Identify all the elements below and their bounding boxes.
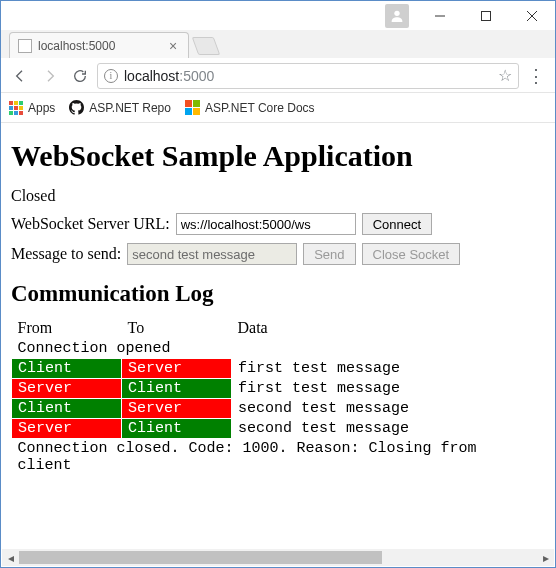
- log-heading: Communication Log: [11, 281, 545, 307]
- svg-rect-2: [482, 11, 491, 20]
- scroll-left-arrow[interactable]: ◂: [2, 549, 19, 566]
- server-url-label: WebSocket Server URL:: [11, 215, 170, 233]
- bookmark-aspnet-repo[interactable]: ASP.NET Repo: [69, 100, 171, 115]
- new-tab-button[interactable]: [192, 37, 221, 55]
- log-opened: Connection opened: [12, 339, 546, 359]
- col-data: Data: [232, 317, 546, 339]
- log-to-cell: Client: [122, 379, 232, 399]
- connect-button[interactable]: Connect: [362, 213, 432, 235]
- reload-button[interactable]: [67, 63, 93, 89]
- tab-favicon: [18, 39, 32, 53]
- log-from-cell: Client: [12, 399, 122, 419]
- bookmark-star-icon[interactable]: ☆: [498, 66, 512, 85]
- log-row: ServerClientsecond test message: [12, 419, 546, 439]
- microsoft-icon: [185, 100, 200, 115]
- back-button[interactable]: [7, 63, 33, 89]
- send-button[interactable]: Send: [303, 243, 355, 265]
- log-data-cell: first test message: [232, 359, 546, 379]
- bookmark-label: ASP.NET Core Docs: [205, 101, 315, 115]
- log-to-cell: Server: [122, 359, 232, 379]
- apps-label: Apps: [28, 101, 55, 115]
- communication-log-table: From To Data Connection opened ClientSer…: [11, 317, 545, 475]
- log-to-cell: Client: [122, 419, 232, 439]
- window-close-button[interactable]: [509, 1, 555, 31]
- scroll-track[interactable]: [19, 549, 537, 566]
- close-socket-button[interactable]: Close Socket: [362, 243, 461, 265]
- bookmark-label: ASP.NET Repo: [89, 101, 171, 115]
- site-info-icon[interactable]: i: [104, 69, 118, 83]
- log-status-row: Connection opened: [12, 339, 546, 359]
- log-from-cell: Server: [12, 379, 122, 399]
- browser-tab[interactable]: localhost:5000 ×: [9, 32, 189, 58]
- log-data-cell: first test message: [232, 379, 546, 399]
- apps-shortcut[interactable]: Apps: [9, 101, 55, 115]
- log-data-cell: second test message: [232, 399, 546, 419]
- github-icon: [69, 100, 84, 115]
- tab-title: localhost:5000: [38, 39, 160, 53]
- scroll-thumb[interactable]: [19, 551, 382, 564]
- forward-button[interactable]: [37, 63, 63, 89]
- page-title: WebSocket Sample Application: [11, 139, 545, 173]
- chrome-profile-icon[interactable]: [385, 4, 409, 28]
- col-to: To: [122, 317, 232, 339]
- browser-tabstrip: localhost:5000 ×: [1, 30, 555, 58]
- message-label: Message to send:: [11, 245, 121, 263]
- log-status-row: Connection closed. Code: 1000. Reason: C…: [12, 439, 546, 476]
- horizontal-scrollbar[interactable]: ◂ ▸: [2, 549, 554, 566]
- log-data-cell: second test message: [232, 419, 546, 439]
- log-to-cell: Server: [122, 399, 232, 419]
- message-row: Message to send: Send Close Socket: [11, 243, 545, 265]
- log-row: ServerClientfirst test message: [12, 379, 546, 399]
- url-text: localhost:5000: [124, 68, 492, 84]
- browser-toolbar: i localhost:5000 ☆ ⋮: [1, 59, 555, 93]
- log-from-cell: Server: [12, 419, 122, 439]
- server-url-input[interactable]: [176, 213, 356, 235]
- window-titlebar: [1, 1, 555, 31]
- window-maximize-button[interactable]: [463, 1, 509, 31]
- log-header-row: From To Data: [12, 317, 546, 339]
- log-row: ClientServersecond test message: [12, 399, 546, 419]
- bookmarks-bar: Apps ASP.NET Repo ASP.NET Core Docs: [1, 93, 555, 123]
- window-minimize-button[interactable]: [417, 1, 463, 31]
- tab-close-icon[interactable]: ×: [166, 39, 180, 53]
- connection-status: Closed: [11, 187, 545, 205]
- page-content: WebSocket Sample Application Closed WebS…: [1, 123, 555, 549]
- col-from: From: [12, 317, 122, 339]
- bookmark-aspnet-core-docs[interactable]: ASP.NET Core Docs: [185, 100, 315, 115]
- apps-icon: [9, 101, 23, 115]
- address-bar[interactable]: i localhost:5000 ☆: [97, 63, 519, 89]
- scroll-right-arrow[interactable]: ▸: [537, 549, 554, 566]
- log-closed: Connection closed. Code: 1000. Reason: C…: [12, 439, 546, 476]
- chrome-menu-button[interactable]: ⋮: [523, 63, 549, 89]
- message-input[interactable]: [127, 243, 297, 265]
- server-url-row: WebSocket Server URL: Connect: [11, 213, 545, 235]
- log-from-cell: Client: [12, 359, 122, 379]
- svg-point-0: [394, 10, 399, 15]
- log-row: ClientServerfirst test message: [12, 359, 546, 379]
